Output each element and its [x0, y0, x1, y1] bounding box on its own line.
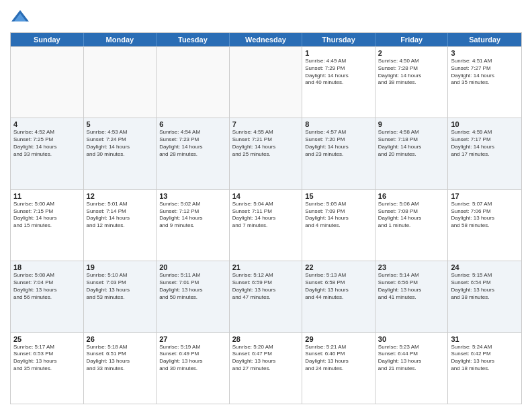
logo-icon	[10, 7, 30, 27]
header-day-friday: Friday	[375, 33, 449, 46]
calendar-cell-11: 11Sunrise: 5:00 AMSunset: 7:15 PMDayligh…	[11, 190, 84, 261]
cell-info: Sunrise: 4:52 AMSunset: 7:25 PMDaylight:…	[13, 129, 81, 158]
calendar-cell-20: 20Sunrise: 5:11 AMSunset: 7:01 PMDayligh…	[157, 261, 230, 332]
calendar-cell-29: 29Sunrise: 5:21 AMSunset: 6:46 PMDayligh…	[302, 333, 375, 404]
day-number: 22	[305, 263, 372, 271]
cell-info: Sunrise: 5:06 AMSunset: 7:08 PMDaylight:…	[378, 201, 445, 230]
day-number: 12	[87, 192, 154, 200]
cell-info: Sunrise: 4:51 AMSunset: 7:27 PMDaylight:…	[451, 58, 519, 87]
day-number: 29	[305, 335, 372, 343]
day-number: 20	[159, 263, 226, 271]
calendar-cell-9: 9Sunrise: 4:58 AMSunset: 7:18 PMDaylight…	[375, 118, 449, 189]
logo	[10, 7, 33, 27]
day-number: 28	[232, 335, 300, 343]
calendar-cell-empty	[157, 47, 230, 118]
calendar-cell-28: 28Sunrise: 5:20 AMSunset: 6:47 PMDayligh…	[230, 333, 303, 404]
cell-info: Sunrise: 5:05 AMSunset: 7:09 PMDaylight:…	[305, 201, 372, 230]
day-number: 7	[232, 120, 300, 128]
day-number: 24	[451, 263, 519, 271]
calendar-row-3: 18Sunrise: 5:08 AMSunset: 7:04 PMDayligh…	[11, 261, 521, 332]
calendar-cell-12: 12Sunrise: 5:01 AMSunset: 7:14 PMDayligh…	[84, 190, 157, 261]
day-number: 2	[378, 49, 445, 57]
day-number: 21	[232, 263, 300, 271]
cell-info: Sunrise: 4:50 AMSunset: 7:28 PMDaylight:…	[378, 58, 445, 87]
day-number: 19	[87, 263, 154, 271]
day-number: 5	[87, 120, 154, 128]
day-number: 17	[451, 192, 519, 200]
cell-info: Sunrise: 4:57 AMSunset: 7:20 PMDaylight:…	[305, 129, 372, 158]
calendar-cell-5: 5Sunrise: 4:53 AMSunset: 7:24 PMDaylight…	[84, 118, 157, 189]
day-number: 25	[13, 335, 81, 343]
calendar-cell-25: 25Sunrise: 5:17 AMSunset: 6:53 PMDayligh…	[11, 333, 84, 404]
calendar-cell-26: 26Sunrise: 5:18 AMSunset: 6:51 PMDayligh…	[84, 333, 157, 404]
day-number: 16	[378, 192, 445, 200]
calendar-row-2: 11Sunrise: 5:00 AMSunset: 7:15 PMDayligh…	[11, 189, 521, 261]
calendar-cell-23: 23Sunrise: 5:14 AMSunset: 6:56 PMDayligh…	[375, 261, 449, 332]
cell-info: Sunrise: 4:59 AMSunset: 7:17 PMDaylight:…	[451, 129, 519, 158]
calendar-cell-31: 31Sunrise: 5:24 AMSunset: 6:42 PMDayligh…	[448, 333, 521, 404]
day-number: 18	[13, 263, 81, 271]
calendar-cell-empty	[230, 47, 303, 118]
cell-info: Sunrise: 5:18 AMSunset: 6:51 PMDaylight:…	[87, 344, 154, 373]
header-day-tuesday: Tuesday	[157, 33, 230, 46]
day-number: 9	[378, 120, 445, 128]
calendar-cell-15: 15Sunrise: 5:05 AMSunset: 7:09 PMDayligh…	[302, 190, 375, 261]
calendar-body: 1Sunrise: 4:49 AMSunset: 7:29 PMDaylight…	[11, 46, 521, 404]
cell-info: Sunrise: 4:58 AMSunset: 7:18 PMDaylight:…	[378, 129, 445, 158]
cell-info: Sunrise: 4:54 AMSunset: 7:23 PMDaylight:…	[159, 129, 226, 158]
calendar-cell-16: 16Sunrise: 5:06 AMSunset: 7:08 PMDayligh…	[375, 190, 449, 261]
cell-info: Sunrise: 5:21 AMSunset: 6:46 PMDaylight:…	[305, 344, 372, 373]
day-number: 6	[159, 120, 226, 128]
page: SundayMondayTuesdayWednesdayThursdayFrid…	[0, 0, 532, 411]
calendar-cell-13: 13Sunrise: 5:02 AMSunset: 7:12 PMDayligh…	[157, 190, 230, 261]
cell-info: Sunrise: 5:01 AMSunset: 7:14 PMDaylight:…	[87, 201, 154, 230]
cell-info: Sunrise: 5:17 AMSunset: 6:53 PMDaylight:…	[13, 344, 81, 373]
cell-info: Sunrise: 5:15 AMSunset: 6:54 PMDaylight:…	[451, 272, 519, 301]
cell-info: Sunrise: 5:04 AMSunset: 7:11 PMDaylight:…	[232, 201, 300, 230]
cell-info: Sunrise: 5:23 AMSunset: 6:44 PMDaylight:…	[378, 344, 445, 373]
calendar-cell-7: 7Sunrise: 4:55 AMSunset: 7:21 PMDaylight…	[230, 118, 303, 189]
calendar-cell-22: 22Sunrise: 5:13 AMSunset: 6:58 PMDayligh…	[302, 261, 375, 332]
cell-info: Sunrise: 4:49 AMSunset: 7:29 PMDaylight:…	[305, 58, 372, 87]
header-day-thursday: Thursday	[302, 33, 375, 46]
cell-info: Sunrise: 5:20 AMSunset: 6:47 PMDaylight:…	[232, 344, 300, 373]
calendar-cell-2: 2Sunrise: 4:50 AMSunset: 7:28 PMDaylight…	[375, 47, 449, 118]
cell-info: Sunrise: 5:10 AMSunset: 7:03 PMDaylight:…	[87, 272, 154, 301]
calendar-cell-6: 6Sunrise: 4:54 AMSunset: 7:23 PMDaylight…	[157, 118, 230, 189]
calendar-cell-17: 17Sunrise: 5:07 AMSunset: 7:06 PMDayligh…	[448, 190, 521, 261]
day-number: 1	[305, 49, 372, 57]
day-number: 23	[378, 263, 445, 271]
calendar-cell-27: 27Sunrise: 5:19 AMSunset: 6:49 PMDayligh…	[157, 333, 230, 404]
calendar-cell-10: 10Sunrise: 4:59 AMSunset: 7:17 PMDayligh…	[448, 118, 521, 189]
calendar-cell-3: 3Sunrise: 4:51 AMSunset: 7:27 PMDaylight…	[448, 47, 521, 118]
calendar-cell-24: 24Sunrise: 5:15 AMSunset: 6:54 PMDayligh…	[448, 261, 521, 332]
header-day-monday: Monday	[84, 33, 157, 46]
calendar-cell-1: 1Sunrise: 4:49 AMSunset: 7:29 PMDaylight…	[302, 47, 375, 118]
day-number: 8	[305, 120, 372, 128]
cell-info: Sunrise: 5:13 AMSunset: 6:58 PMDaylight:…	[305, 272, 372, 301]
cell-info: Sunrise: 5:24 AMSunset: 6:42 PMDaylight:…	[451, 344, 519, 373]
day-number: 13	[159, 192, 226, 200]
day-number: 10	[451, 120, 519, 128]
calendar-cell-8: 8Sunrise: 4:57 AMSunset: 7:20 PMDaylight…	[302, 118, 375, 189]
calendar-cell-4: 4Sunrise: 4:52 AMSunset: 7:25 PMDaylight…	[11, 118, 84, 189]
header-day-saturday: Saturday	[448, 33, 521, 46]
calendar-row-1: 4Sunrise: 4:52 AMSunset: 7:25 PMDaylight…	[11, 118, 521, 189]
cell-info: Sunrise: 5:00 AMSunset: 7:15 PMDaylight:…	[13, 201, 81, 230]
day-number: 4	[13, 120, 81, 128]
cell-info: Sunrise: 4:53 AMSunset: 7:24 PMDaylight:…	[87, 129, 154, 158]
calendar-cell-empty	[11, 47, 84, 118]
calendar-cell-19: 19Sunrise: 5:10 AMSunset: 7:03 PMDayligh…	[84, 261, 157, 332]
calendar-row-0: 1Sunrise: 4:49 AMSunset: 7:29 PMDaylight…	[11, 46, 521, 118]
calendar-header: SundayMondayTuesdayWednesdayThursdayFrid…	[11, 33, 521, 46]
calendar: SundayMondayTuesdayWednesdayThursdayFrid…	[10, 32, 522, 404]
day-number: 31	[451, 335, 519, 343]
cell-info: Sunrise: 5:11 AMSunset: 7:01 PMDaylight:…	[159, 272, 226, 301]
day-number: 15	[305, 192, 372, 200]
cell-info: Sunrise: 5:08 AMSunset: 7:04 PMDaylight:…	[13, 272, 81, 301]
calendar-cell-30: 30Sunrise: 5:23 AMSunset: 6:44 PMDayligh…	[375, 333, 449, 404]
day-number: 11	[13, 192, 81, 200]
cell-info: Sunrise: 5:12 AMSunset: 6:59 PMDaylight:…	[232, 272, 300, 301]
day-number: 3	[451, 49, 519, 57]
calendar-cell-14: 14Sunrise: 5:04 AMSunset: 7:11 PMDayligh…	[230, 190, 303, 261]
